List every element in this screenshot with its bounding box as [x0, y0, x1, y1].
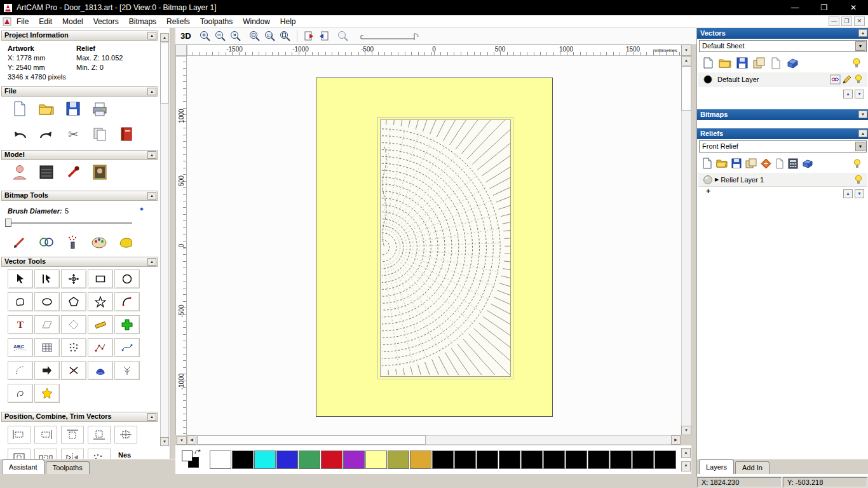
spray-icon[interactable]: [62, 233, 84, 252]
canvas-scroll-right-icon[interactable]: ▶: [671, 435, 681, 445]
face-wizard-icon[interactable]: [9, 163, 31, 182]
palette-swatch-3[interactable]: [276, 451, 298, 469]
expand-relief-layer-icon[interactable]: ▶: [715, 177, 719, 182]
save-relief-layer-icon[interactable]: [731, 158, 742, 168]
nesting-tool-label[interactable]: Nes: [118, 451, 131, 459]
group-vectors-icon[interactable]: [88, 449, 111, 459]
relief-select[interactable]: Front Relief ▼: [699, 140, 867, 152]
save-vector-layer-icon[interactable]: [736, 57, 748, 69]
relief-layer-visibility-bulb-icon[interactable]: [853, 174, 864, 185]
add-relief-icon[interactable]: [761, 158, 771, 169]
move-relief-layer-down-icon[interactable]: ▼: [855, 189, 864, 198]
trim-vectors-icon[interactable]: [61, 361, 86, 380]
vector-sheet-dropdown-icon[interactable]: ▼: [855, 41, 865, 51]
tab-layers[interactable]: Layers: [699, 459, 734, 474]
open-model-icon[interactable]: [36, 99, 57, 118]
print-model-icon[interactable]: [89, 99, 111, 118]
expand-bitmaps-button[interactable]: ▼: [858, 111, 867, 118]
collapse-vectors-button[interactable]: ▲: [858, 29, 867, 37]
move-vector-layer-up-icon[interactable]: ▲: [843, 90, 853, 98]
redo-icon[interactable]: [36, 125, 57, 144]
door-relief-artwork[interactable]: [380, 119, 511, 377]
swap-colors-icon[interactable]: [194, 449, 201, 456]
transform-vectors-icon[interactable]: [61, 269, 86, 288]
create-circle-icon[interactable]: [114, 269, 140, 288]
cut-icon[interactable]: ✂: [62, 125, 84, 144]
select-vectors-icon[interactable]: [8, 269, 33, 288]
move-relief-layer-up-icon[interactable]: ▲: [843, 189, 853, 198]
menu-toolpaths[interactable]: Toolpaths: [195, 17, 238, 26]
palette-swatch-17[interactable]: [588, 451, 609, 469]
measure-tool-icon[interactable]: [88, 315, 113, 334]
palette-swatch-19[interactable]: [632, 451, 654, 469]
palette-swatch-5[interactable]: [321, 451, 342, 469]
lock-layer-icon[interactable]: [830, 74, 841, 85]
artwork-page[interactable]: [316, 78, 553, 417]
layer-visibility-bulb-icon[interactable]: [853, 74, 864, 85]
palette-swatch-6[interactable]: [343, 451, 365, 469]
menu-model[interactable]: Model: [57, 17, 88, 26]
collapse-reliefs-button[interactable]: ▲: [858, 130, 867, 137]
zoom-out-icon[interactable]: [213, 29, 228, 43]
polyline-tool-icon[interactable]: [88, 338, 113, 357]
delete-vector-layer-icon[interactable]: [786, 57, 799, 69]
palette-scroll-up-icon[interactable]: ▲: [681, 448, 691, 458]
palette-swatch-2[interactable]: [254, 451, 276, 469]
relief-layer-row[interactable]: ▶ Relief Layer 1: [698, 173, 867, 187]
palette-swatch-13[interactable]: [499, 451, 520, 469]
copy-vector-layer-icon[interactable]: [771, 57, 781, 69]
align-top-icon[interactable]: [61, 426, 84, 444]
drawing-canvas[interactable]: [187, 56, 681, 435]
palette-swatch-16[interactable]: [566, 451, 587, 469]
menu-vectors[interactable]: Vectors: [88, 17, 124, 26]
zoom-fit-page-icon[interactable]: [278, 29, 293, 43]
grid-tool-icon[interactable]: [34, 338, 60, 357]
star-wizard-icon[interactable]: [34, 384, 60, 403]
view-rotation-slider[interactable]: [360, 30, 430, 43]
align-center-icon[interactable]: [114, 426, 137, 444]
merge-vector-layers-icon[interactable]: [753, 57, 766, 69]
palette-swatch-10[interactable]: [432, 451, 454, 469]
copy-relief-layer-icon[interactable]: [775, 158, 784, 169]
palette-swatch-15[interactable]: [543, 451, 565, 469]
open-relief-layer-icon[interactable]: [716, 158, 728, 168]
open-vector-layer-icon[interactable]: [719, 57, 731, 69]
tab-assistant[interactable]: Assistant: [2, 459, 44, 474]
dot-array-icon[interactable]: [61, 338, 86, 357]
node-editing-icon[interactable]: [34, 269, 60, 288]
arc-edit-icon[interactable]: [8, 361, 33, 380]
flood-fill-icon[interactable]: [116, 233, 137, 252]
menu-edit[interactable]: Edit: [34, 17, 57, 26]
undo-icon[interactable]: [9, 125, 31, 144]
fractal-tree-icon[interactable]: [114, 361, 140, 380]
switch-3d-view-button[interactable]: 3D: [180, 31, 191, 41]
create-ellipse-icon[interactable]: [34, 292, 60, 311]
create-arc-icon[interactable]: [114, 292, 140, 311]
tab-addin[interactable]: Add In: [735, 461, 770, 474]
close-button[interactable]: ✕: [839, 0, 868, 15]
toggle-relief-visibility-icon[interactable]: [852, 158, 862, 169]
palette-swatch-20[interactable]: [654, 451, 676, 469]
center-in-page-icon[interactable]: [8, 449, 31, 459]
bitmap-to-vector-icon[interactable]: [114, 315, 140, 334]
add-relief-layer-plus-icon[interactable]: +: [706, 187, 710, 196]
tab-toolpaths[interactable]: Toolpaths: [46, 461, 90, 474]
mdi-close-button[interactable]: ✕: [854, 17, 865, 26]
zoom-in-icon[interactable]: [198, 29, 213, 43]
relief-select-dropdown-icon[interactable]: ▼: [855, 142, 865, 151]
mirror-vectors-icon[interactable]: [61, 449, 84, 459]
space-evenly-icon[interactable]: [34, 449, 57, 459]
offset-vector-icon[interactable]: [34, 361, 60, 380]
create-polygon-icon[interactable]: [61, 292, 86, 311]
assistant-scroll-down-icon[interactable]: ▼: [160, 437, 169, 446]
extrude-dome-icon[interactable]: [88, 361, 113, 380]
palette-swatch-9[interactable]: [410, 451, 431, 469]
canvas-corner-dropdown-icon[interactable]: ▼: [177, 436, 187, 445]
previous-view-icon[interactable]: [301, 29, 316, 43]
foreground-color-swatch[interactable]: [182, 451, 193, 461]
palette-swatch-0[interactable]: [210, 451, 231, 469]
palette-swatch-14[interactable]: [521, 451, 543, 469]
delete-relief-layer-icon[interactable]: [802, 158, 813, 168]
next-view-icon[interactable]: [316, 29, 332, 43]
collapse-file-button[interactable]: ▲: [147, 88, 156, 95]
